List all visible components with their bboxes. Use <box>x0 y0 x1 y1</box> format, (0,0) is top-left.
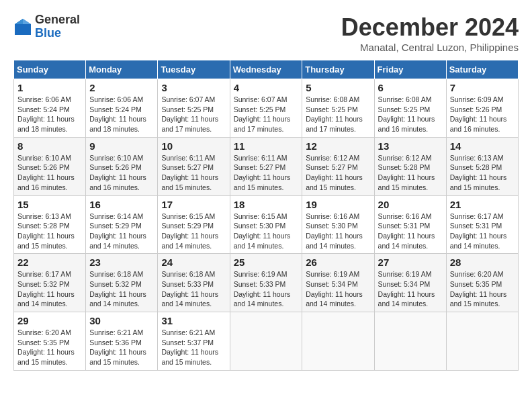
calendar-header-row: SundayMondayTuesdayWednesdayThursdayFrid… <box>14 60 519 79</box>
calendar-cell: 23Sunrise: 6:18 AMSunset: 5:32 PMDayligh… <box>86 254 158 312</box>
day-number: 17 <box>161 199 226 210</box>
weekday-header: Wednesday <box>230 60 302 79</box>
day-info: Sunrise: 6:12 AMSunset: 5:27 PMDaylight:… <box>306 153 370 193</box>
calendar-cell: 13Sunrise: 6:12 AMSunset: 5:28 PMDayligh… <box>374 137 446 195</box>
day-info: Sunrise: 6:07 AMSunset: 5:25 PMDaylight:… <box>234 95 299 134</box>
day-number: 30 <box>89 315 154 326</box>
day-info: Sunrise: 6:06 AMSunset: 5:24 PMDaylight:… <box>17 95 82 134</box>
calendar-cell: 10Sunrise: 6:11 AMSunset: 5:27 PMDayligh… <box>158 137 230 195</box>
calendar-cell: 3Sunrise: 6:07 AMSunset: 5:25 PMDaylight… <box>158 79 230 138</box>
calendar-week-row: 29Sunrise: 6:20 AMSunset: 5:35 PMDayligh… <box>14 312 519 371</box>
day-info: Sunrise: 6:10 AMSunset: 5:26 PMDaylight:… <box>89 153 154 193</box>
calendar-cell <box>230 312 302 371</box>
day-number: 16 <box>89 199 154 210</box>
calendar-cell <box>446 312 518 371</box>
calendar-cell: 15Sunrise: 6:13 AMSunset: 5:28 PMDayligh… <box>14 195 86 254</box>
calendar-cell: 6Sunrise: 6:08 AMSunset: 5:25 PMDaylight… <box>374 79 446 138</box>
calendar-cell: 14Sunrise: 6:13 AMSunset: 5:28 PMDayligh… <box>446 137 518 195</box>
day-info: Sunrise: 6:13 AMSunset: 5:28 PMDaylight:… <box>17 212 82 251</box>
day-number: 12 <box>306 140 370 152</box>
day-number: 24 <box>161 257 226 268</box>
svg-marker-2 <box>15 19 23 24</box>
day-number: 23 <box>89 257 154 268</box>
day-info: Sunrise: 6:18 AMSunset: 5:32 PMDaylight:… <box>89 269 154 309</box>
calendar-cell: 11Sunrise: 6:11 AMSunset: 5:27 PMDayligh… <box>230 137 302 195</box>
calendar-cell: 26Sunrise: 6:19 AMSunset: 5:34 PMDayligh… <box>302 254 374 312</box>
weekday-header: Sunday <box>14 60 86 79</box>
day-info: Sunrise: 6:20 AMSunset: 5:35 PMDaylight:… <box>17 328 82 367</box>
weekday-header: Monday <box>86 60 158 79</box>
calendar-cell: 19Sunrise: 6:16 AMSunset: 5:30 PMDayligh… <box>302 195 374 254</box>
day-number: 8 <box>17 140 82 152</box>
day-number: 18 <box>234 199 299 210</box>
day-info: Sunrise: 6:06 AMSunset: 5:24 PMDaylight:… <box>89 95 154 134</box>
day-info: Sunrise: 6:15 AMSunset: 5:30 PMDaylight:… <box>234 212 299 251</box>
calendar-table: SundayMondayTuesdayWednesdayThursdayFrid… <box>13 60 519 371</box>
location: Manatal, Central Luzon, Philippines <box>341 42 519 53</box>
calendar-week-row: 15Sunrise: 6:13 AMSunset: 5:28 PMDayligh… <box>14 195 519 254</box>
calendar-cell: 12Sunrise: 6:12 AMSunset: 5:27 PMDayligh… <box>302 137 374 195</box>
day-info: Sunrise: 6:21 AMSunset: 5:37 PMDaylight:… <box>161 328 226 367</box>
day-number: 26 <box>306 257 370 268</box>
logo: General Blue <box>13 13 80 40</box>
calendar-cell: 17Sunrise: 6:15 AMSunset: 5:29 PMDayligh… <box>158 195 230 254</box>
day-number: 20 <box>378 199 443 210</box>
title-area: December 2024 Manatal, Central Luzon, Ph… <box>341 13 519 53</box>
weekday-header: Friday <box>374 60 446 79</box>
day-info: Sunrise: 6:18 AMSunset: 5:33 PMDaylight:… <box>161 269 226 309</box>
day-number: 22 <box>17 257 82 268</box>
calendar-cell: 4Sunrise: 6:07 AMSunset: 5:25 PMDaylight… <box>230 79 302 138</box>
day-number: 19 <box>306 199 370 210</box>
calendar-cell: 21Sunrise: 6:17 AMSunset: 5:31 PMDayligh… <box>446 195 518 254</box>
day-number: 27 <box>378 257 443 268</box>
day-number: 25 <box>234 257 299 268</box>
day-info: Sunrise: 6:20 AMSunset: 5:35 PMDaylight:… <box>450 269 515 309</box>
day-number: 28 <box>450 257 515 268</box>
calendar-cell: 8Sunrise: 6:10 AMSunset: 5:26 PMDaylight… <box>14 137 86 195</box>
calendar-week-row: 1Sunrise: 6:06 AMSunset: 5:24 PMDaylight… <box>14 79 519 138</box>
day-number: 11 <box>234 140 299 152</box>
day-number: 3 <box>161 82 226 93</box>
svg-marker-1 <box>23 19 31 24</box>
day-number: 2 <box>89 82 154 93</box>
day-info: Sunrise: 6:09 AMSunset: 5:26 PMDaylight:… <box>450 95 515 134</box>
calendar-cell: 7Sunrise: 6:09 AMSunset: 5:26 PMDaylight… <box>446 79 518 138</box>
day-number: 9 <box>89 140 154 152</box>
day-info: Sunrise: 6:15 AMSunset: 5:29 PMDaylight:… <box>161 212 226 251</box>
day-info: Sunrise: 6:16 AMSunset: 5:30 PMDaylight:… <box>306 212 370 251</box>
day-number: 7 <box>450 82 515 93</box>
weekday-header: Thursday <box>302 60 374 79</box>
day-info: Sunrise: 6:17 AMSunset: 5:32 PMDaylight:… <box>17 269 82 309</box>
day-number: 29 <box>17 315 82 326</box>
calendar-cell: 29Sunrise: 6:20 AMSunset: 5:35 PMDayligh… <box>14 312 86 371</box>
day-number: 14 <box>450 140 515 152</box>
day-info: Sunrise: 6:11 AMSunset: 5:27 PMDaylight:… <box>234 153 299 193</box>
calendar-cell: 22Sunrise: 6:17 AMSunset: 5:32 PMDayligh… <box>14 254 86 312</box>
day-number: 6 <box>378 82 443 93</box>
day-number: 21 <box>450 199 515 210</box>
day-info: Sunrise: 6:21 AMSunset: 5:36 PMDaylight:… <box>89 328 154 367</box>
logo-icon <box>13 17 32 36</box>
day-info: Sunrise: 6:08 AMSunset: 5:25 PMDaylight:… <box>306 95 370 134</box>
calendar-week-row: 8Sunrise: 6:10 AMSunset: 5:26 PMDaylight… <box>14 137 519 195</box>
day-info: Sunrise: 6:11 AMSunset: 5:27 PMDaylight:… <box>161 153 226 193</box>
day-number: 15 <box>17 199 82 210</box>
day-info: Sunrise: 6:07 AMSunset: 5:25 PMDaylight:… <box>161 95 226 134</box>
day-number: 5 <box>306 82 370 93</box>
weekday-header: Tuesday <box>158 60 230 79</box>
day-info: Sunrise: 6:19 AMSunset: 5:34 PMDaylight:… <box>306 269 370 309</box>
calendar-cell <box>302 312 374 371</box>
day-number: 13 <box>378 140 443 152</box>
day-info: Sunrise: 6:08 AMSunset: 5:25 PMDaylight:… <box>378 95 443 134</box>
calendar-cell: 1Sunrise: 6:06 AMSunset: 5:24 PMDaylight… <box>14 79 86 138</box>
day-info: Sunrise: 6:19 AMSunset: 5:33 PMDaylight:… <box>234 269 299 309</box>
calendar-body: 1Sunrise: 6:06 AMSunset: 5:24 PMDaylight… <box>14 79 519 371</box>
calendar-cell: 30Sunrise: 6:21 AMSunset: 5:36 PMDayligh… <box>86 312 158 371</box>
calendar-cell: 31Sunrise: 6:21 AMSunset: 5:37 PMDayligh… <box>158 312 230 371</box>
calendar-cell: 24Sunrise: 6:18 AMSunset: 5:33 PMDayligh… <box>158 254 230 312</box>
weekday-header: Saturday <box>446 60 518 79</box>
day-number: 31 <box>161 315 226 326</box>
day-info: Sunrise: 6:16 AMSunset: 5:31 PMDaylight:… <box>378 212 443 251</box>
calendar-cell: 28Sunrise: 6:20 AMSunset: 5:35 PMDayligh… <box>446 254 518 312</box>
calendar-cell: 16Sunrise: 6:14 AMSunset: 5:29 PMDayligh… <box>86 195 158 254</box>
